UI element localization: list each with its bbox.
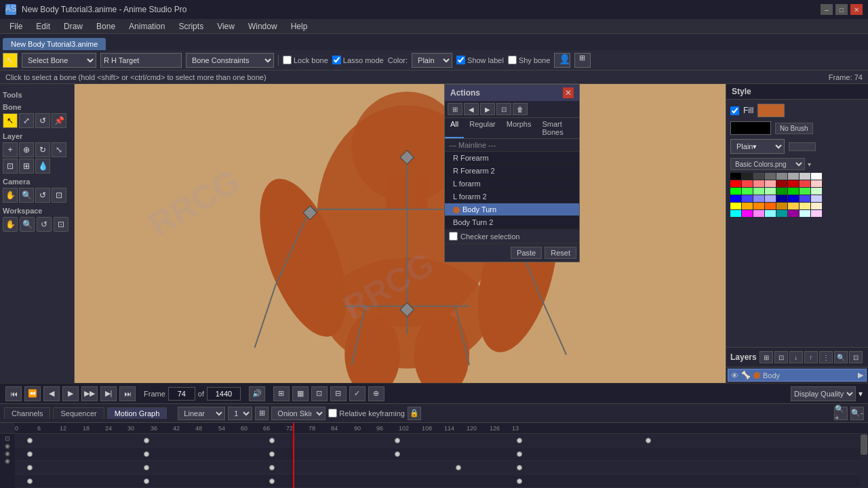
ws-btn1[interactable]: ✋ xyxy=(3,217,18,232)
actions-tab-regular[interactable]: Regular xyxy=(464,118,501,138)
stroke-color-swatch[interactable] xyxy=(730,121,771,135)
view-btn4[interactable]: ⊟ xyxy=(330,386,347,401)
total-frames-input[interactable] xyxy=(207,387,241,401)
color-cell[interactable] xyxy=(753,188,764,195)
keyframe[interactable] xyxy=(269,465,275,470)
view-btn6[interactable]: ⊕ xyxy=(368,386,384,401)
color-cell[interactable] xyxy=(742,188,753,195)
show-label-checkbox[interactable] xyxy=(456,56,465,64)
actions-item-r-forearm[interactable]: R Forearm xyxy=(445,152,579,165)
color-cell[interactable] xyxy=(765,210,776,217)
skip-end-btn[interactable]: ⏭ xyxy=(119,386,136,401)
color-cell[interactable] xyxy=(811,173,822,180)
color-cell[interactable] xyxy=(811,188,822,195)
color-cell[interactable] xyxy=(788,203,799,209)
menu-animation[interactable]: Animation xyxy=(122,20,172,33)
color-cell[interactable] xyxy=(765,203,776,209)
bone-pin-btn[interactable]: 📌 xyxy=(52,113,66,128)
close-button[interactable]: ✕ xyxy=(850,4,863,15)
layer-eyedrop-btn[interactable]: 💧 xyxy=(35,159,50,174)
lasso-mode-checkbox[interactable] xyxy=(332,56,341,64)
checker-selection-checkbox[interactable] xyxy=(449,232,458,241)
scrollbar-thumb[interactable] xyxy=(861,434,867,455)
layers-tool7[interactable]: ⊡ xyxy=(849,351,863,363)
linear-dropdown[interactable]: Linear xyxy=(178,407,225,420)
ws-btn4[interactable]: ⊡ xyxy=(54,217,68,232)
fps-btn[interactable]: ⊞ xyxy=(255,407,269,420)
color-cell[interactable] xyxy=(776,203,787,209)
keyframe[interactable] xyxy=(517,451,522,457)
frame-input[interactable] xyxy=(168,387,195,401)
color-cell[interactable] xyxy=(776,195,787,202)
pose-icon-btn[interactable]: 👤 xyxy=(554,53,570,68)
color-cell[interactable] xyxy=(742,203,753,209)
plain-style-value[interactable] xyxy=(789,142,816,151)
layers-tool2[interactable]: ⊡ xyxy=(774,351,788,363)
color-cell[interactable] xyxy=(788,173,799,180)
keyframe[interactable] xyxy=(456,465,461,470)
actions-item-body-turn[interactable]: Body Turn xyxy=(445,203,579,216)
color-cell[interactable] xyxy=(730,210,741,217)
color-cell[interactable] xyxy=(765,188,776,195)
color-cell[interactable] xyxy=(742,180,753,187)
color-cell[interactable] xyxy=(742,210,753,217)
select-bone-dropdown[interactable]: Select Bone xyxy=(22,53,96,68)
layer-move-btn[interactable]: ⤡ xyxy=(52,142,66,157)
actions-tool5[interactable]: 🗑 xyxy=(513,103,528,115)
bone-target-input[interactable] xyxy=(100,53,182,68)
color-cell[interactable] xyxy=(788,180,799,187)
relative-keyframing-checkbox[interactable] xyxy=(328,409,337,418)
ws-btn3[interactable]: ↺ xyxy=(37,217,52,232)
keyframe[interactable] xyxy=(27,451,33,457)
zoom-in-btn[interactable]: 🔍+ xyxy=(834,407,848,420)
menu-window[interactable]: Window xyxy=(241,20,284,33)
keyframe[interactable] xyxy=(395,438,400,443)
bone-select-btn[interactable]: ↖ xyxy=(3,113,18,128)
color-cell[interactable] xyxy=(730,188,741,195)
color-cell[interactable] xyxy=(776,173,787,180)
view-btn3[interactable]: ⊡ xyxy=(311,386,328,401)
color-cell[interactable] xyxy=(800,210,810,217)
shy-bone-checkbox[interactable] xyxy=(508,56,517,64)
actions-item-l-forarm[interactable]: L forarm xyxy=(445,178,579,190)
plain-dropdown[interactable]: Plain xyxy=(412,53,452,68)
color-cell[interactable] xyxy=(800,203,810,209)
ws-btn2[interactable]: 🔍 xyxy=(20,217,35,232)
layers-tool3[interactable]: ↓ xyxy=(789,351,803,363)
color-cell[interactable] xyxy=(753,180,764,187)
keyframe[interactable] xyxy=(269,438,275,443)
bone-transform-btn[interactable]: ⤢ xyxy=(19,113,34,128)
skip-start-btn[interactable]: ⏮ xyxy=(5,386,22,401)
color-cell[interactable] xyxy=(788,195,799,202)
actions-item-r-forearm2[interactable]: R Forearm 2 xyxy=(445,165,579,178)
menu-edit[interactable]: Edit xyxy=(29,20,57,33)
view-btn2[interactable]: ▦ xyxy=(292,386,309,401)
camera-zoom-btn[interactable]: 🔍 xyxy=(19,188,34,203)
play-btn[interactable]: ▶ xyxy=(62,386,79,401)
actions-tab-morphs[interactable]: Morphs xyxy=(501,118,537,138)
next-keyframe-btn[interactable]: ▶| xyxy=(100,386,117,401)
color-cell[interactable] xyxy=(753,210,764,217)
menu-file[interactable]: File xyxy=(3,20,29,33)
sequencer-tab[interactable]: Sequencer xyxy=(53,407,104,419)
keyframe[interactable] xyxy=(269,451,275,457)
menu-scripts[interactable]: Scripts xyxy=(172,20,210,33)
color-cell[interactable] xyxy=(765,180,776,187)
color-cell[interactable] xyxy=(765,173,776,180)
keyframe[interactable] xyxy=(27,438,33,443)
camera-fit-btn[interactable]: ⊡ xyxy=(52,188,66,203)
keyframe[interactable] xyxy=(517,465,522,470)
sound-btn[interactable]: 🔊 xyxy=(249,386,265,401)
layer-rotate-btn[interactable]: ↻ xyxy=(35,142,50,157)
view-btn1[interactable]: ⊞ xyxy=(273,386,290,401)
channels-tab[interactable]: Channels xyxy=(4,407,50,419)
actions-item-body-turn2[interactable]: Body Turn 2 xyxy=(445,216,579,229)
keyframe[interactable] xyxy=(144,465,149,470)
keyframe[interactable] xyxy=(144,479,149,484)
menu-view[interactable]: View xyxy=(210,20,241,33)
color-cell[interactable] xyxy=(811,203,822,209)
color-cell[interactable] xyxy=(811,180,822,187)
menu-bone[interactable]: Bone xyxy=(90,20,122,33)
color-cell[interactable] xyxy=(800,173,810,180)
reset-button[interactable]: Reset xyxy=(545,247,576,259)
